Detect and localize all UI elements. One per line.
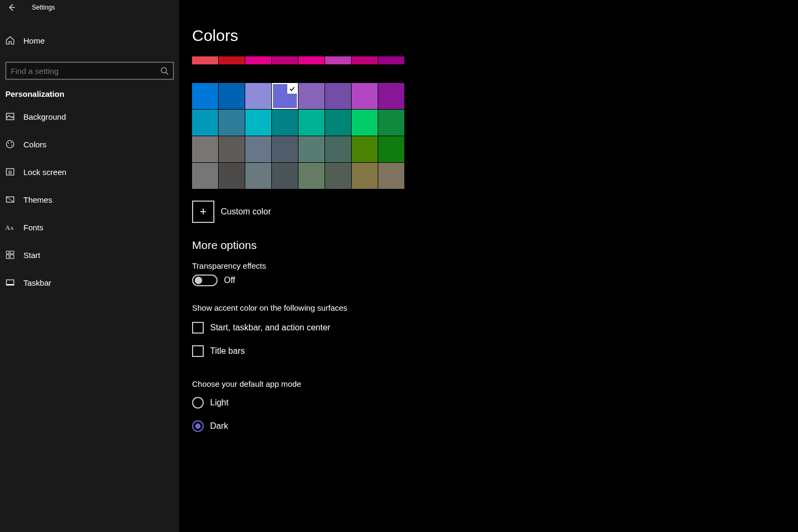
radio-icon bbox=[192, 397, 204, 409]
svg-point-0 bbox=[161, 68, 167, 73]
color-swatch[interactable] bbox=[352, 163, 378, 189]
color-swatch[interactable] bbox=[219, 136, 245, 162]
picture-icon bbox=[5, 112, 20, 121]
color-swatch[interactable] bbox=[219, 83, 245, 109]
color-swatch[interactable] bbox=[272, 136, 298, 162]
nav-themes-label: Themes bbox=[23, 195, 52, 204]
nav-start-label: Start bbox=[23, 251, 40, 260]
color-swatch[interactable] bbox=[352, 110, 378, 136]
nav-lockscreen[interactable]: Lock screen bbox=[0, 158, 179, 186]
color-swatch[interactable] bbox=[298, 136, 325, 162]
color-swatch[interactable] bbox=[272, 163, 298, 189]
search-icon bbox=[160, 66, 169, 75]
color-swatch[interactable] bbox=[192, 56, 218, 64]
color-swatch[interactable] bbox=[378, 163, 404, 189]
color-swatch[interactable] bbox=[245, 136, 271, 162]
svg-rect-14 bbox=[10, 255, 14, 259]
color-swatch[interactable] bbox=[219, 163, 245, 189]
color-swatch[interactable] bbox=[245, 56, 271, 64]
nav-colors[interactable]: Colors bbox=[0, 130, 179, 158]
color-swatch-grid bbox=[192, 56, 405, 189]
transparency-state: Off bbox=[224, 276, 235, 285]
svg-point-4 bbox=[11, 142, 12, 143]
svg-text:A: A bbox=[5, 224, 10, 231]
color-swatch[interactable] bbox=[352, 83, 378, 109]
custom-color-label: Custom color bbox=[221, 207, 271, 217]
lock-icon bbox=[5, 167, 20, 177]
transparency-toggle[interactable] bbox=[192, 275, 218, 286]
color-swatch[interactable] bbox=[272, 110, 298, 136]
svg-rect-7 bbox=[9, 171, 11, 173]
nav-start[interactable]: Start bbox=[0, 241, 179, 269]
color-swatch[interactable] bbox=[325, 110, 351, 136]
font-icon: AA bbox=[5, 223, 20, 231]
mode-dark[interactable]: Dark bbox=[192, 420, 798, 432]
mode-dark-label: Dark bbox=[210, 421, 228, 431]
nav-fonts[interactable]: AA Fonts bbox=[0, 213, 179, 241]
color-swatch[interactable] bbox=[325, 56, 351, 64]
color-swatch[interactable] bbox=[272, 56, 298, 64]
checkbox-icon bbox=[192, 345, 204, 357]
checkbox-icon bbox=[192, 322, 204, 334]
color-swatch[interactable] bbox=[219, 110, 245, 136]
grid-icon bbox=[5, 250, 20, 260]
radio-icon bbox=[192, 420, 204, 432]
taskbar-icon bbox=[5, 278, 20, 287]
color-swatch[interactable] bbox=[245, 83, 271, 109]
svg-rect-16 bbox=[6, 284, 14, 285]
color-swatch[interactable] bbox=[378, 136, 404, 162]
color-swatch[interactable] bbox=[192, 136, 218, 162]
svg-text:A: A bbox=[10, 226, 14, 231]
accent-check-titlebars[interactable]: Title bars bbox=[192, 345, 798, 357]
accent-check-start-label: Start, taskbar, and action center bbox=[210, 323, 330, 332]
color-swatch[interactable] bbox=[352, 56, 378, 64]
color-swatch[interactable] bbox=[272, 83, 298, 109]
more-options-heading: More options bbox=[192, 239, 798, 252]
color-swatch[interactable] bbox=[192, 163, 218, 189]
svg-point-5 bbox=[11, 145, 12, 146]
color-swatch[interactable] bbox=[325, 136, 351, 162]
color-swatch[interactable] bbox=[219, 56, 245, 64]
color-swatch[interactable] bbox=[378, 110, 404, 136]
window-title: Settings bbox=[32, 4, 55, 11]
color-swatch[interactable] bbox=[192, 110, 218, 136]
color-swatch[interactable] bbox=[298, 163, 325, 189]
color-swatch[interactable] bbox=[352, 136, 378, 162]
custom-color-button[interactable]: + bbox=[192, 201, 214, 223]
mode-light-label: Light bbox=[210, 398, 229, 408]
check-icon bbox=[287, 84, 297, 94]
nav-background[interactable]: Background bbox=[0, 103, 179, 130]
color-swatch[interactable] bbox=[245, 163, 271, 189]
color-swatch[interactable] bbox=[298, 83, 325, 109]
back-button[interactable] bbox=[6, 2, 17, 13]
search-box[interactable] bbox=[5, 62, 174, 80]
color-swatch[interactable] bbox=[325, 83, 351, 109]
transparency-label: Transparency effects bbox=[192, 261, 798, 270]
color-swatch[interactable] bbox=[298, 56, 325, 64]
app-mode-label: Choose your default app mode bbox=[192, 379, 798, 388]
nav-home[interactable]: Home bbox=[0, 27, 179, 54]
content: Colors + Custom color More options Trans… bbox=[179, 0, 798, 532]
home-icon bbox=[5, 36, 20, 45]
search-input[interactable] bbox=[11, 66, 160, 76]
color-swatch[interactable] bbox=[325, 163, 351, 189]
svg-rect-12 bbox=[10, 251, 14, 254]
color-swatch[interactable] bbox=[378, 56, 404, 64]
section-header: Personalization bbox=[0, 80, 179, 103]
nav-background-label: Background bbox=[23, 112, 66, 121]
color-swatch[interactable] bbox=[378, 83, 404, 109]
transparency-toggle-row: Off bbox=[192, 275, 798, 286]
custom-color-row: + Custom color bbox=[192, 201, 798, 223]
plus-icon: + bbox=[200, 205, 207, 219]
nav-themes[interactable]: Themes bbox=[0, 186, 179, 213]
nav-lockscreen-label: Lock screen bbox=[23, 168, 66, 177]
color-swatch[interactable] bbox=[245, 110, 271, 136]
color-swatch[interactable] bbox=[192, 83, 218, 109]
color-swatch[interactable] bbox=[298, 110, 325, 136]
nav-taskbar[interactable]: Taskbar bbox=[0, 269, 179, 296]
page-title: Colors bbox=[192, 27, 798, 45]
mode-light[interactable]: Light bbox=[192, 397, 798, 409]
nav-home-label: Home bbox=[23, 36, 45, 45]
accent-check-start[interactable]: Start, taskbar, and action center bbox=[192, 322, 798, 334]
nav-fonts-label: Fonts bbox=[23, 223, 44, 232]
